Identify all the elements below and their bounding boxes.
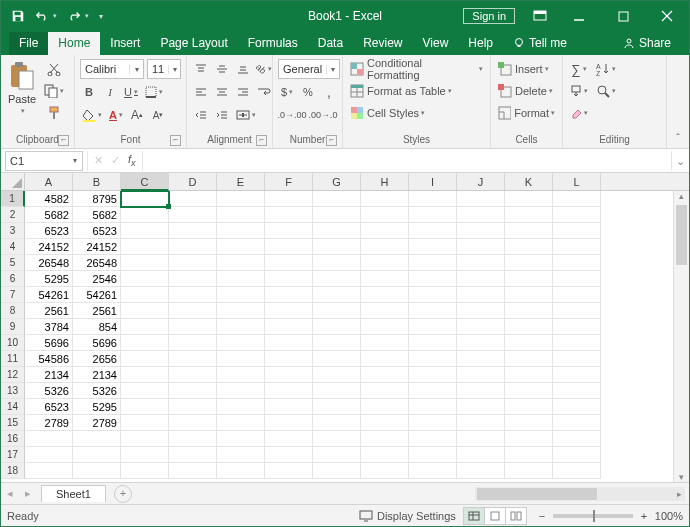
cell[interactable]: [409, 415, 457, 431]
cell[interactable]: [25, 463, 73, 479]
cell[interactable]: [121, 191, 169, 207]
cell[interactable]: [409, 271, 457, 287]
cell[interactable]: [169, 335, 217, 351]
cell[interactable]: [265, 399, 313, 415]
cell[interactable]: [505, 287, 553, 303]
cell[interactable]: [265, 303, 313, 319]
sheet-tab-sheet1[interactable]: Sheet1: [41, 485, 106, 502]
cell[interactable]: [121, 239, 169, 255]
cell[interactable]: [361, 431, 409, 447]
cell[interactable]: [73, 463, 121, 479]
share-button[interactable]: Share: [613, 32, 681, 55]
row-header[interactable]: 14: [1, 399, 25, 415]
cell[interactable]: [457, 271, 505, 287]
cell[interactable]: [169, 191, 217, 207]
tell-me[interactable]: Tell me: [503, 32, 577, 55]
orientation-button[interactable]: ab▾: [255, 59, 273, 79]
cell[interactable]: [505, 383, 553, 399]
cell[interactable]: [169, 463, 217, 479]
increase-decimal-button[interactable]: .0→.00: [278, 105, 306, 125]
paste-button[interactable]: Paste ▾: [6, 59, 38, 131]
cell[interactable]: [313, 351, 361, 367]
cell[interactable]: [265, 271, 313, 287]
cut-button[interactable]: [42, 59, 66, 79]
cell[interactable]: 54261: [25, 287, 73, 303]
cell[interactable]: 5682: [25, 207, 73, 223]
cell[interactable]: [457, 415, 505, 431]
cell[interactable]: [265, 367, 313, 383]
cell[interactable]: [553, 447, 601, 463]
cell[interactable]: [361, 463, 409, 479]
cell[interactable]: [25, 447, 73, 463]
col-header-D[interactable]: D: [169, 173, 217, 190]
cell[interactable]: [265, 335, 313, 351]
cell[interactable]: 2134: [25, 367, 73, 383]
increase-font-button[interactable]: A▴: [128, 105, 146, 125]
cell[interactable]: [553, 271, 601, 287]
row-header[interactable]: 17: [1, 447, 25, 463]
find-select-button[interactable]: ▾: [594, 81, 618, 101]
collapse-ribbon-button[interactable]: ˆ: [667, 55, 689, 148]
cell[interactable]: [553, 351, 601, 367]
cell[interactable]: [505, 271, 553, 287]
cell[interactable]: [121, 319, 169, 335]
tab-review[interactable]: Review: [353, 32, 412, 55]
cell[interactable]: [169, 271, 217, 287]
col-header-F[interactable]: F: [265, 173, 313, 190]
cell[interactable]: [313, 415, 361, 431]
cell[interactable]: [553, 335, 601, 351]
cell[interactable]: [361, 335, 409, 351]
col-header-I[interactable]: I: [409, 173, 457, 190]
align-bottom-button[interactable]: [234, 59, 252, 79]
cell[interactable]: [169, 207, 217, 223]
cell[interactable]: 2789: [73, 415, 121, 431]
cell[interactable]: 5696: [25, 335, 73, 351]
number-dialog-launcher[interactable]: ⌐: [326, 135, 337, 146]
cell[interactable]: 5326: [25, 383, 73, 399]
cell[interactable]: 2789: [25, 415, 73, 431]
cell[interactable]: [313, 255, 361, 271]
cell[interactable]: [73, 447, 121, 463]
sheet-nav-prev[interactable]: ◂: [1, 487, 19, 500]
select-all-corner[interactable]: [1, 173, 25, 190]
cell[interactable]: [553, 239, 601, 255]
cell[interactable]: [505, 303, 553, 319]
sheet-nav-next[interactable]: ▸: [19, 487, 37, 500]
comma-format-button[interactable]: ,: [320, 82, 338, 102]
cell[interactable]: [553, 287, 601, 303]
cell[interactable]: [457, 351, 505, 367]
row-header[interactable]: 7: [1, 287, 25, 303]
cell[interactable]: [553, 463, 601, 479]
cell[interactable]: [505, 399, 553, 415]
cell[interactable]: [457, 319, 505, 335]
tab-view[interactable]: View: [413, 32, 459, 55]
align-top-button[interactable]: [192, 59, 210, 79]
cell[interactable]: [361, 351, 409, 367]
percent-format-button[interactable]: %: [299, 82, 317, 102]
col-header-L[interactable]: L: [553, 173, 601, 190]
cell[interactable]: [361, 239, 409, 255]
cell[interactable]: [505, 223, 553, 239]
clipboard-dialog-launcher[interactable]: ⌐: [58, 135, 69, 146]
cell[interactable]: [361, 367, 409, 383]
row-header[interactable]: 2: [1, 207, 25, 223]
cell[interactable]: 2561: [25, 303, 73, 319]
cell[interactable]: [457, 431, 505, 447]
cell[interactable]: [553, 367, 601, 383]
col-header-B[interactable]: B: [73, 173, 121, 190]
cell[interactable]: [265, 223, 313, 239]
cell[interactable]: [361, 191, 409, 207]
cell[interactable]: [217, 271, 265, 287]
cell[interactable]: 2656: [73, 351, 121, 367]
tab-formulas[interactable]: Formulas: [238, 32, 308, 55]
cell[interactable]: [169, 415, 217, 431]
cell[interactable]: [553, 319, 601, 335]
cell[interactable]: [121, 431, 169, 447]
cell[interactable]: [169, 351, 217, 367]
cell[interactable]: [313, 303, 361, 319]
cell[interactable]: [505, 319, 553, 335]
tab-file[interactable]: File: [9, 32, 48, 55]
row-header[interactable]: 5: [1, 255, 25, 271]
cell[interactable]: 6523: [25, 223, 73, 239]
format-as-table-button[interactable]: Format as Table▾: [348, 81, 485, 101]
